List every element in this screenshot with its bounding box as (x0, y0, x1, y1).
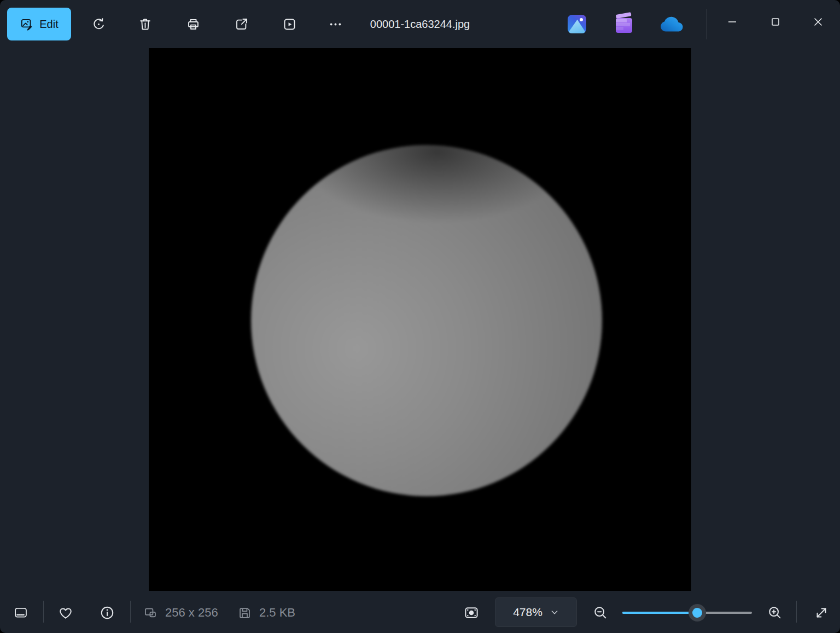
filmstrip-icon (13, 605, 28, 620)
favorite-button[interactable] (52, 600, 79, 626)
maximize-icon (769, 15, 782, 28)
edit-image-icon (20, 17, 34, 31)
photos-app-icon (568, 15, 586, 33)
edit-button-label: Edit (39, 18, 58, 31)
ellipsis-icon (328, 17, 343, 32)
fullscreen-icon (813, 605, 830, 621)
chevron-down-icon (550, 608, 559, 617)
onedrive-cloud-icon (660, 16, 684, 32)
status-bar: 256 x 256 2.5 KB 478% (0, 591, 840, 633)
heart-icon (57, 605, 74, 621)
slideshow-button[interactable] (276, 11, 302, 37)
fullscreen-button[interactable] (808, 600, 835, 626)
onedrive-button[interactable] (660, 12, 684, 36)
rotate-button[interactable] (85, 11, 112, 37)
close-button[interactable] (803, 7, 833, 37)
zoom-slider[interactable] (622, 600, 752, 626)
save-floppy-icon (237, 606, 252, 620)
dimensions-icon (143, 606, 158, 620)
zoom-slider-thumb[interactable] (689, 604, 706, 622)
filmstrip-button[interactable] (8, 600, 34, 626)
edit-button[interactable]: Edit (7, 8, 71, 40)
zoom-in-button[interactable] (762, 600, 788, 626)
title-bar: Edit (0, 0, 840, 48)
file-size-value: 2.5 KB (259, 606, 295, 620)
clipchamp-icon (615, 14, 633, 34)
minimize-icon (726, 15, 739, 28)
slideshow-play-icon (282, 17, 297, 32)
zoom-level-value: 478% (513, 606, 542, 619)
image-dimensions-group: 256 x 256 (143, 600, 218, 626)
statusbar-divider (43, 601, 44, 623)
info-button[interactable] (94, 600, 120, 626)
fit-to-window-icon (463, 605, 480, 621)
share-button[interactable] (228, 11, 254, 37)
dimensions-value: 256 x 256 (165, 606, 218, 620)
rotate-icon (91, 17, 106, 32)
see-more-button[interactable] (322, 11, 348, 37)
delete-button[interactable] (132, 11, 158, 37)
statusbar-divider-3 (796, 601, 797, 623)
maximize-button[interactable] (760, 7, 791, 37)
photos-app-window: Edit (0, 0, 840, 633)
printer-icon (186, 17, 201, 32)
statusbar-divider-2 (130, 601, 131, 623)
close-icon (812, 15, 825, 28)
sphere-image-content (251, 145, 602, 496)
zoom-in-icon (767, 605, 783, 621)
zoom-out-icon (592, 605, 609, 621)
print-button[interactable] (180, 11, 206, 37)
file-name-title: 00001-1ca63244.jpg (370, 0, 470, 48)
minimize-button[interactable] (717, 7, 748, 37)
fit-to-window-button[interactable] (458, 600, 485, 626)
titlebar-divider (707, 9, 707, 39)
zoom-slider-fill (622, 612, 697, 614)
zoom-out-button[interactable] (587, 600, 614, 626)
photos-gallery-button[interactable] (565, 12, 589, 36)
zoom-level-dropdown[interactable]: 478% (495, 597, 577, 627)
info-icon (99, 605, 115, 621)
clipchamp-button[interactable] (612, 12, 636, 36)
photo-canvas[interactable] (149, 48, 691, 591)
share-icon (234, 17, 249, 32)
file-size-group: 2.5 KB (237, 600, 295, 626)
trash-icon (138, 17, 153, 32)
